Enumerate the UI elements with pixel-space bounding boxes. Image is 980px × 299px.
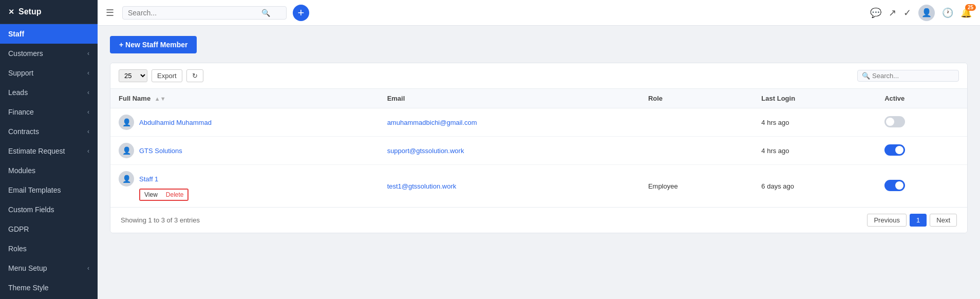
per-page-select[interactable]: 25 50 100 [119,69,147,82]
sidebar-item-custom-fields[interactable]: Custom Fields [0,200,98,219]
last-login-cell-0: 4 hrs ago [753,108,876,137]
context-menu-2: View Delete [139,189,189,201]
chevron-icon: ‹ [87,265,89,272]
table-search-bar: 🔍 [857,70,959,82]
sidebar-item-label: GDPR [8,225,29,233]
sidebar-item-label: Theme Style [8,284,49,292]
topbar: ☰ 🔍 + 💬 ↗ ✓ 👤 🕐 🔔 25 [98,0,980,26]
col-active: Active [876,89,967,108]
active-cell-1 [876,137,967,165]
global-search-input[interactable] [128,9,261,17]
sidebar-item-label: Email Templates [8,186,61,194]
new-staff-button[interactable]: + New Staff Member [110,36,197,53]
sidebar-item-label: Staff [8,30,24,38]
chevron-icon: ‹ [87,147,89,155]
toggle-2[interactable] [884,180,905,191]
sidebar-item-label: Custom Fields [8,205,54,214]
sidebar-item-menu-setup[interactable]: Menu Setup‹ [0,258,98,278]
sidebar-item-label: Contracts [8,127,39,136]
share-icon[interactable]: ↗ [889,7,896,18]
table-row: 👤 Staff 1 View Delete test1@gtssolution.… [110,165,967,208]
email-link-0[interactable]: amuhammadbichi@gmail.com [387,119,477,126]
staff-avatar-0: 👤 [119,115,134,130]
last-login-cell-1: 4 hrs ago [753,137,876,165]
sidebar-item-modules[interactable]: Modules [0,161,98,180]
showing-entries: Showing 1 to 3 of 3 entries [121,216,200,224]
staff-name-0[interactable]: Abdulhamid Muhammad [139,119,212,126]
sidebar-item-label: Support [8,69,33,77]
chevron-icon: ‹ [87,50,89,57]
name-cell-0: 👤 Abdulhamid Muhammad [110,108,379,137]
pagination: Previous 1 Next [867,214,957,227]
role-cell-0 [640,108,753,137]
sidebar-item-finance[interactable]: Finance‹ [0,102,98,122]
table-search-input[interactable] [872,72,954,80]
active-cell-2 [876,165,967,208]
delete-button-2[interactable]: Delete [162,190,188,200]
staff-table: Full Name ▲▼ Email Role Last Login Activ… [110,89,967,207]
global-search-icon: 🔍 [261,9,270,17]
col-email: Email [379,89,640,108]
add-button[interactable]: + [293,5,309,21]
table-row: 👤 GTS Solutions support@gtssolution.work… [110,137,967,165]
sidebar-item-label: Customers [8,49,43,58]
sidebar-item-roles[interactable]: Roles [0,239,98,258]
sidebar-item-contracts[interactable]: Contracts‹ [0,122,98,141]
next-button[interactable]: Next [930,214,957,227]
staff-name-1[interactable]: GTS Solutions [139,147,182,155]
active-cell-0 [876,108,967,137]
sidebar-item-leads[interactable]: Leads‹ [0,83,98,102]
col-full-name[interactable]: Full Name ▲▼ [110,89,379,108]
table-search-icon: 🔍 [862,72,870,80]
table-footer: Showing 1 to 3 of 3 entries Previous 1 N… [110,207,967,233]
refresh-button[interactable]: ↻ [186,69,203,82]
sidebar-item-theme-style[interactable]: Theme Style [0,278,98,297]
message-icon[interactable]: 💬 [870,7,881,18]
staff-avatar-1: 👤 [119,143,134,158]
toggle-slider-0 [884,116,905,127]
close-icon[interactable]: ✕ [8,8,14,16]
table-row: 👤 Abdulhamid Muhammad amuhammadbichi@gma… [110,108,967,137]
global-search-bar: 🔍 [122,6,287,20]
table-toolbar: 25 50 100 Export ↻ 🔍 [110,63,967,89]
toggle-slider-1 [884,144,905,156]
staff-name-2[interactable]: Staff 1 [139,175,158,183]
hamburger-icon[interactable]: ☰ [106,7,114,18]
notification-icon[interactable]: 🔔 25 [960,7,972,18]
toggle-1[interactable] [884,144,905,156]
sidebar-item-label: Estimate Request [8,147,65,155]
sidebar-item-label: Modules [8,166,35,175]
sidebar-item-email-templates[interactable]: Email Templates [0,180,98,200]
email-cell-0: amuhammadbichi@gmail.com [379,108,640,137]
sidebar-header: ✕ Setup [0,0,98,24]
content-area: + New Staff Member 25 50 100 Export ↻ 🔍 [98,26,980,299]
toggle-0[interactable] [884,116,905,127]
clock-icon[interactable]: 🕐 [942,7,953,18]
sidebar-item-staff[interactable]: Staff [0,24,98,44]
role-cell-1 [640,137,753,165]
avatar[interactable]: 👤 [918,5,935,21]
staff-avatar-2: 👤 [119,171,134,186]
export-button[interactable]: Export [152,69,182,82]
sort-icon: ▲▼ [155,96,166,102]
chevron-icon: ‹ [87,128,89,135]
sidebar-item-customers[interactable]: Customers‹ [0,44,98,63]
name-cell-2: 👤 Staff 1 View Delete [110,165,379,208]
sidebar-item-support[interactable]: Support‹ [0,63,98,83]
page-1-button[interactable]: 1 [910,214,927,227]
last-login-cell-2: 6 days ago [753,165,876,208]
chevron-icon: ‹ [87,89,89,96]
sidebar-item-label: Leads [8,88,28,97]
email-link-2[interactable]: test1@gtssolution.work [387,182,457,190]
sidebar-item-label: Finance [8,108,34,116]
sidebar-item-estimate-request[interactable]: Estimate Request‹ [0,141,98,161]
toggle-slider-2 [884,180,905,191]
check-icon[interactable]: ✓ [903,7,911,18]
sidebar-item-gdpr[interactable]: GDPR [0,219,98,239]
main-area: ☰ 🔍 + 💬 ↗ ✓ 👤 🕐 🔔 25 + New Staff Member [98,0,980,299]
email-cell-2: test1@gtssolution.work [379,165,640,208]
view-button-2[interactable]: View [140,190,162,200]
email-link-1[interactable]: support@gtssolution.work [387,147,464,155]
prev-button[interactable]: Previous [867,214,907,227]
email-cell-1: support@gtssolution.work [379,137,640,165]
